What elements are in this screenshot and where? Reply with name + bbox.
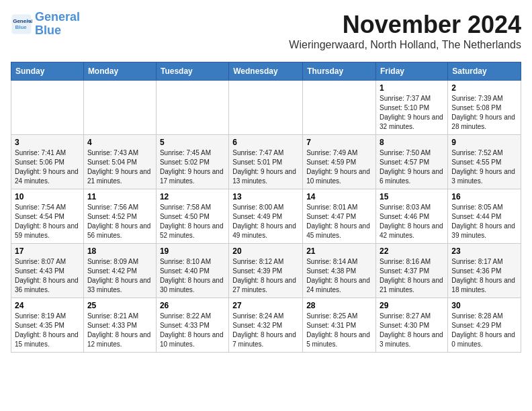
calendar-cell: 2Sunrise: 7:39 AM Sunset: 5:08 PM Daylig… xyxy=(448,81,521,135)
week-row-2: 3Sunrise: 7:41 AM Sunset: 5:06 PM Daylig… xyxy=(11,135,521,189)
day-info: Sunrise: 8:27 AM Sunset: 4:30 PM Dayligh… xyxy=(380,312,444,349)
day-info: Sunrise: 8:28 AM Sunset: 4:29 PM Dayligh… xyxy=(451,312,517,349)
day-number: 5 xyxy=(160,138,225,147)
day-number: 26 xyxy=(160,301,225,310)
day-info: Sunrise: 8:16 AM Sunset: 4:37 PM Dayligh… xyxy=(380,257,444,295)
calendar-cell xyxy=(156,81,228,135)
calendar-cell: 20Sunrise: 8:12 AM Sunset: 4:39 PM Dayli… xyxy=(229,244,303,298)
calendar-cell: 6Sunrise: 7:47 AM Sunset: 5:01 PM Daylig… xyxy=(229,135,303,189)
day-number: 17 xyxy=(15,246,80,256)
calendar-cell: 16Sunrise: 8:05 AM Sunset: 4:44 PM Dayli… xyxy=(448,189,521,244)
day-header-thursday: Thursday xyxy=(303,62,376,81)
day-info: Sunrise: 8:24 AM Sunset: 4:32 PM Dayligh… xyxy=(232,312,299,349)
calendar-cell: 11Sunrise: 7:56 AM Sunset: 4:52 PM Dayli… xyxy=(83,189,156,244)
calendar-cell: 17Sunrise: 8:07 AM Sunset: 4:43 PM Dayli… xyxy=(11,244,84,298)
day-number: 27 xyxy=(232,301,299,310)
calendar-cell: 23Sunrise: 8:17 AM Sunset: 4:36 PM Dayli… xyxy=(448,244,521,298)
day-info: Sunrise: 7:41 AM Sunset: 5:06 PM Dayligh… xyxy=(15,148,80,186)
calendar-cell xyxy=(229,81,303,135)
day-header-wednesday: Wednesday xyxy=(229,62,303,81)
calendar-cell: 4Sunrise: 7:43 AM Sunset: 5:04 PM Daylig… xyxy=(83,135,156,189)
day-number: 10 xyxy=(15,192,80,201)
day-info: Sunrise: 7:37 AM Sunset: 5:10 PM Dayligh… xyxy=(380,94,444,132)
calendar-cell: 7Sunrise: 7:49 AM Sunset: 4:59 PM Daylig… xyxy=(303,135,376,189)
day-info: Sunrise: 7:47 AM Sunset: 5:01 PM Dayligh… xyxy=(232,148,299,186)
day-info: Sunrise: 7:45 AM Sunset: 5:02 PM Dayligh… xyxy=(160,148,225,186)
day-info: Sunrise: 8:21 AM Sunset: 4:33 PM Dayligh… xyxy=(87,312,152,349)
calendar-cell: 22Sunrise: 8:16 AM Sunset: 4:37 PM Dayli… xyxy=(376,244,448,298)
calendar-cell xyxy=(83,81,156,135)
calendar-cell: 5Sunrise: 7:45 AM Sunset: 5:02 PM Daylig… xyxy=(156,135,228,189)
day-number: 21 xyxy=(306,246,372,256)
calendar-table: SundayMondayTuesdayWednesdayThursdayFrid… xyxy=(11,62,521,353)
calendar-cell: 30Sunrise: 8:28 AM Sunset: 4:29 PM Dayli… xyxy=(448,298,521,353)
day-number: 3 xyxy=(15,138,80,147)
day-info: Sunrise: 8:12 AM Sunset: 4:39 PM Dayligh… xyxy=(232,257,299,295)
day-info: Sunrise: 8:09 AM Sunset: 4:42 PM Dayligh… xyxy=(87,257,152,295)
day-number: 28 xyxy=(306,301,372,310)
logo-icon: General Blue xyxy=(11,13,32,35)
svg-text:Blue: Blue xyxy=(15,24,27,30)
calendar-cell: 26Sunrise: 8:22 AM Sunset: 4:33 PM Dayli… xyxy=(156,298,228,353)
day-number: 25 xyxy=(87,301,152,310)
location-title: Wieringerwaard, North Holland, The Nethe… xyxy=(289,39,521,51)
day-number: 30 xyxy=(451,301,517,310)
day-header-saturday: Saturday xyxy=(448,62,521,81)
day-number: 6 xyxy=(232,138,299,147)
day-number: 20 xyxy=(232,246,299,256)
day-number: 4 xyxy=(87,138,152,147)
calendar-cell: 27Sunrise: 8:24 AM Sunset: 4:32 PM Dayli… xyxy=(229,298,303,353)
month-title: November 2024 xyxy=(289,11,521,39)
calendar-cell: 25Sunrise: 8:21 AM Sunset: 4:33 PM Dayli… xyxy=(83,298,156,353)
calendar-cell: 8Sunrise: 7:50 AM Sunset: 4:57 PM Daylig… xyxy=(376,135,448,189)
logo-text: General Blue xyxy=(35,11,80,38)
day-header-tuesday: Tuesday xyxy=(156,62,228,81)
day-number: 19 xyxy=(160,246,225,256)
calendar-cell xyxy=(303,81,376,135)
calendar-cell: 9Sunrise: 7:52 AM Sunset: 4:55 PM Daylig… xyxy=(448,135,521,189)
calendar-cell: 24Sunrise: 8:19 AM Sunset: 4:35 PM Dayli… xyxy=(11,298,84,353)
day-number: 29 xyxy=(380,301,444,310)
week-row-3: 10Sunrise: 7:54 AM Sunset: 4:54 PM Dayli… xyxy=(11,189,521,244)
day-number: 12 xyxy=(160,192,225,201)
day-info: Sunrise: 8:03 AM Sunset: 4:46 PM Dayligh… xyxy=(380,203,444,240)
day-info: Sunrise: 7:39 AM Sunset: 5:08 PM Dayligh… xyxy=(451,94,517,132)
calendar-cell: 14Sunrise: 8:01 AM Sunset: 4:47 PM Dayli… xyxy=(303,189,376,244)
day-info: Sunrise: 8:01 AM Sunset: 4:47 PM Dayligh… xyxy=(306,203,372,240)
day-number: 14 xyxy=(306,192,372,201)
calendar-cell: 21Sunrise: 8:14 AM Sunset: 4:38 PM Dayli… xyxy=(303,244,376,298)
week-row-5: 24Sunrise: 8:19 AM Sunset: 4:35 PM Dayli… xyxy=(11,298,521,353)
day-number: 7 xyxy=(306,138,372,147)
day-info: Sunrise: 8:10 AM Sunset: 4:40 PM Dayligh… xyxy=(160,257,225,295)
day-number: 8 xyxy=(380,138,444,147)
logo-line1: General xyxy=(35,10,80,24)
day-header-monday: Monday xyxy=(83,62,156,81)
calendar-cell: 29Sunrise: 8:27 AM Sunset: 4:30 PM Dayli… xyxy=(376,298,448,353)
day-info: Sunrise: 8:07 AM Sunset: 4:43 PM Dayligh… xyxy=(15,257,80,295)
days-header-row: SundayMondayTuesdayWednesdayThursdayFrid… xyxy=(11,62,521,81)
day-info: Sunrise: 7:49 AM Sunset: 4:59 PM Dayligh… xyxy=(306,148,372,186)
week-row-1: 1Sunrise: 7:37 AM Sunset: 5:10 PM Daylig… xyxy=(11,81,521,135)
day-info: Sunrise: 8:05 AM Sunset: 4:44 PM Dayligh… xyxy=(451,203,517,240)
day-number: 24 xyxy=(15,301,80,310)
calendar-body: 1Sunrise: 7:37 AM Sunset: 5:10 PM Daylig… xyxy=(11,81,521,353)
day-info: Sunrise: 8:19 AM Sunset: 4:35 PM Dayligh… xyxy=(15,312,80,349)
day-info: Sunrise: 7:50 AM Sunset: 4:57 PM Dayligh… xyxy=(380,148,444,186)
calendar-cell xyxy=(11,81,84,135)
calendar-cell: 1Sunrise: 7:37 AM Sunset: 5:10 PM Daylig… xyxy=(376,81,448,135)
day-info: Sunrise: 8:00 AM Sunset: 4:49 PM Dayligh… xyxy=(232,203,299,240)
day-info: Sunrise: 7:56 AM Sunset: 4:52 PM Dayligh… xyxy=(87,203,152,240)
day-info: Sunrise: 8:22 AM Sunset: 4:33 PM Dayligh… xyxy=(160,312,225,349)
day-number: 13 xyxy=(232,192,299,201)
day-info: Sunrise: 7:58 AM Sunset: 4:50 PM Dayligh… xyxy=(160,203,225,240)
calendar-cell: 3Sunrise: 7:41 AM Sunset: 5:06 PM Daylig… xyxy=(11,135,84,189)
week-row-4: 17Sunrise: 8:07 AM Sunset: 4:43 PM Dayli… xyxy=(11,244,521,298)
logo: General Blue General Blue xyxy=(11,11,80,38)
day-number: 18 xyxy=(87,246,152,256)
day-number: 15 xyxy=(380,192,444,201)
day-header-sunday: Sunday xyxy=(11,62,84,81)
day-number: 22 xyxy=(380,246,444,256)
calendar-cell: 12Sunrise: 7:58 AM Sunset: 4:50 PM Dayli… xyxy=(156,189,228,244)
day-info: Sunrise: 7:52 AM Sunset: 4:55 PM Dayligh… xyxy=(451,148,517,186)
calendar-cell: 28Sunrise: 8:25 AM Sunset: 4:31 PM Dayli… xyxy=(303,298,376,353)
